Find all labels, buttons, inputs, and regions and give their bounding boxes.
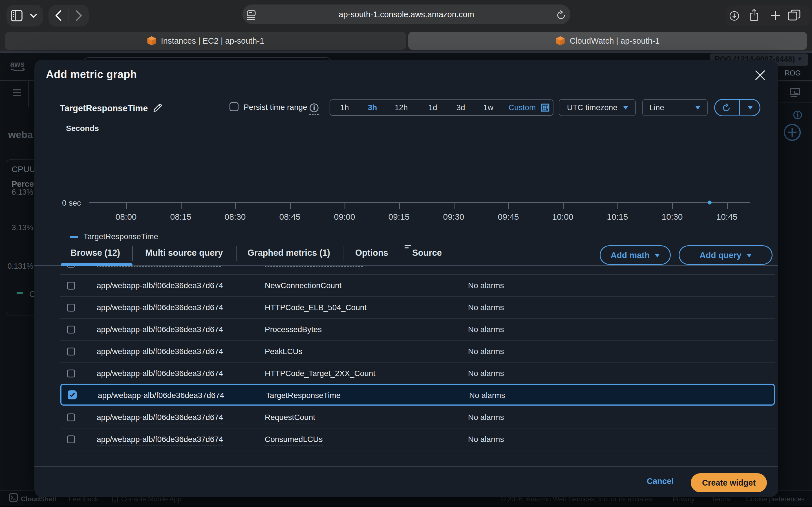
svg-text:aws: aws (10, 61, 24, 68)
